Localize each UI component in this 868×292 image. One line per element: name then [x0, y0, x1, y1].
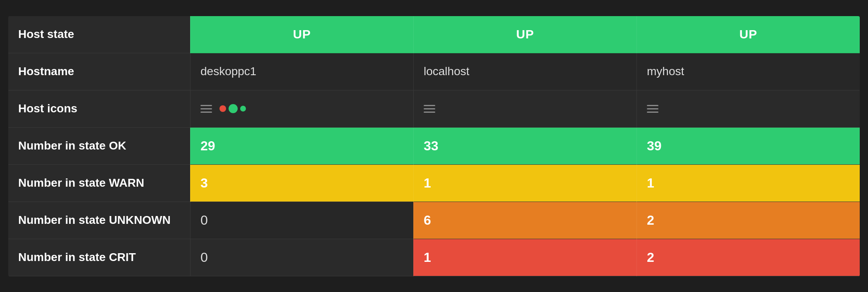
- host-icons-col2: [413, 90, 637, 128]
- state-crit-col3-value: 2: [647, 250, 654, 265]
- state-warn-col1: 3: [190, 165, 413, 202]
- state-ok-col2-value: 33: [424, 138, 439, 154]
- hostname-label-text: Hostname: [18, 65, 74, 78]
- host-state-col1: UP: [190, 16, 413, 53]
- state-ok-col1-value: 29: [200, 138, 215, 154]
- state-warn-row-label: Number in state WARN: [8, 165, 190, 202]
- state-crit-col1-value: 0: [200, 250, 208, 265]
- state-crit-col3: 2: [637, 239, 860, 276]
- state-unknown-col3-value: 2: [647, 213, 654, 228]
- state-unknown-col2-value: 6: [424, 213, 431, 228]
- state-crit-col2: 1: [413, 239, 637, 276]
- host-state-col2: UP: [413, 16, 637, 53]
- hamburger-line-1: [424, 105, 435, 106]
- state-ok-col1: 29: [190, 128, 413, 165]
- host-state-col3-value: UP: [739, 27, 758, 41]
- state-ok-col2: 33: [413, 128, 637, 165]
- hamburger-line-2: [647, 108, 658, 109]
- state-warn-label-text: Number in state WARN: [18, 176, 144, 190]
- hamburger-menu-icon-3[interactable]: [647, 105, 658, 113]
- hamburger-line-3: [200, 112, 212, 113]
- host-state-col1-value: UP: [293, 27, 311, 41]
- state-ok-label-text: Number in state OK: [18, 139, 126, 152]
- hamburger-menu-icon[interactable]: [200, 105, 212, 113]
- state-crit-label-text: Number in state CRIT: [18, 251, 136, 264]
- host-state-table: Host state UP UP UP Hostname deskoppc1 l…: [8, 16, 860, 276]
- state-unknown-col3: 2: [637, 202, 860, 239]
- dot-red-icon: [219, 105, 226, 112]
- state-unknown-label-text: Number in state UNKNOWN: [18, 214, 171, 227]
- dot-green-small-icon: [240, 106, 246, 112]
- hamburger-line-1: [200, 105, 212, 106]
- state-warn-col2: 1: [413, 165, 637, 202]
- hostname-col3-value: myhost: [647, 65, 684, 78]
- host-icons-col3: [637, 90, 860, 128]
- state-warn-col3-value: 1: [647, 176, 654, 191]
- state-crit-row-label: Number in state CRIT: [8, 239, 190, 276]
- hamburger-line-3: [424, 112, 435, 113]
- hostname-col1-value: deskoppc1: [200, 65, 256, 78]
- hostname-col1: deskoppc1: [190, 53, 413, 90]
- host-icons-col1: [190, 90, 413, 128]
- hamburger-line-3: [647, 112, 658, 113]
- state-ok-col3: 39: [637, 128, 860, 165]
- state-unknown-col2: 6: [413, 202, 637, 239]
- state-ok-row-label: Number in state OK: [8, 128, 190, 165]
- state-warn-col2-value: 1: [424, 176, 431, 191]
- host-icons-row-label: Host icons: [8, 90, 190, 128]
- hamburger-menu-icon-2[interactable]: [424, 105, 435, 113]
- status-dots: [219, 104, 246, 113]
- state-unknown-row-label: Number in state UNKNOWN: [8, 202, 190, 239]
- host-state-row-label: Host state: [8, 16, 190, 53]
- state-warn-col3: 1: [637, 165, 860, 202]
- state-ok-col3-value: 39: [647, 138, 662, 154]
- hamburger-line-1: [647, 105, 658, 106]
- hostname-col3: myhost: [637, 53, 860, 90]
- state-crit-col2-value: 1: [424, 250, 431, 265]
- state-crit-col1: 0: [190, 239, 413, 276]
- state-warn-col1-value: 3: [200, 176, 208, 191]
- hostname-row-label: Hostname: [8, 53, 190, 90]
- state-unknown-col1-value: 0: [200, 213, 208, 228]
- dot-green-large-icon: [229, 104, 238, 113]
- hostname-col2: localhost: [413, 53, 637, 90]
- hostname-col2-value: localhost: [424, 65, 470, 78]
- hamburger-line-2: [424, 108, 435, 109]
- host-icons-label-text: Host icons: [18, 102, 77, 115]
- hamburger-line-2: [200, 108, 212, 109]
- host-state-label-text: Host state: [18, 28, 74, 41]
- host-state-col2-value: UP: [516, 27, 534, 41]
- state-unknown-col1: 0: [190, 202, 413, 239]
- host-state-col3: UP: [637, 16, 860, 53]
- table-grid: Host state UP UP UP Hostname deskoppc1 l…: [8, 16, 860, 276]
